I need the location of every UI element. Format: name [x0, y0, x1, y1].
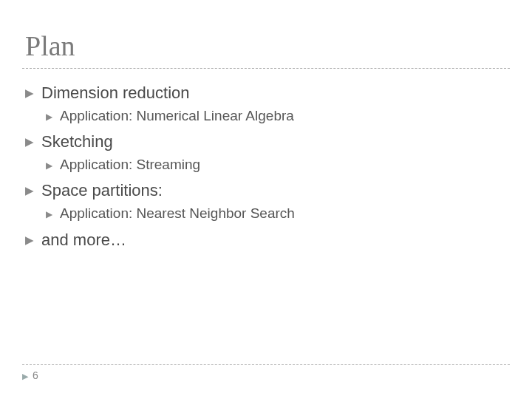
- list-item-label: Dimension reduction: [41, 83, 190, 102]
- list-item-label: Application: Nearest Neighbor Search: [60, 205, 295, 221]
- list-item: ▶Application: Streaming: [46, 154, 510, 176]
- slide-title: Plan: [22, 30, 510, 62]
- page-number: ▶6: [22, 369, 510, 381]
- triangle-bullet-icon: ▶: [25, 183, 34, 198]
- triangle-bullet-icon: ▶: [25, 134, 34, 149]
- triangle-bullet-icon: ▶: [25, 86, 34, 100]
- slide-footer: ▶6: [22, 364, 510, 381]
- list-item: ▶Sketching ▶Application: Streaming: [25, 131, 510, 175]
- list-item-label: Sketching: [41, 132, 113, 151]
- sub-list: ▶Application: Streaming: [25, 154, 510, 176]
- triangle-bullet-icon: ▶: [22, 372, 28, 381]
- bullet-list: ▶Dimension reduction ▶Application: Numer…: [22, 82, 510, 250]
- triangle-bullet-icon: ▶: [46, 110, 52, 123]
- list-item-label: Application: Streaming: [60, 157, 200, 172]
- triangle-bullet-icon: ▶: [46, 208, 52, 221]
- list-item: ▶Space partitions: ▶Application: Nearest…: [25, 180, 510, 224]
- sub-list: ▶Application: Nearest Neighbor Search: [25, 203, 510, 225]
- triangle-bullet-icon: ▶: [25, 233, 34, 248]
- list-item: ▶Application: Nearest Neighbor Search: [46, 203, 510, 225]
- triangle-bullet-icon: ▶: [46, 159, 52, 172]
- list-item: ▶Dimension reduction ▶Application: Numer…: [25, 82, 510, 126]
- list-item: ▶Application: Numerical Linear Algebra: [46, 106, 510, 127]
- slide: Plan ▶Dimension reduction ▶Application: …: [0, 0, 532, 399]
- footer-rule: [22, 364, 510, 365]
- title-underline: [22, 68, 510, 69]
- list-item-label: and more…: [41, 231, 126, 249]
- list-item-label: Application: Numerical Linear Algebra: [60, 108, 294, 123]
- page-number-value: 6: [33, 369, 38, 381]
- list-item-label: Space partitions:: [41, 181, 163, 200]
- sub-list: ▶Application: Numerical Linear Algebra: [25, 106, 510, 127]
- list-item: ▶and more…: [25, 229, 510, 251]
